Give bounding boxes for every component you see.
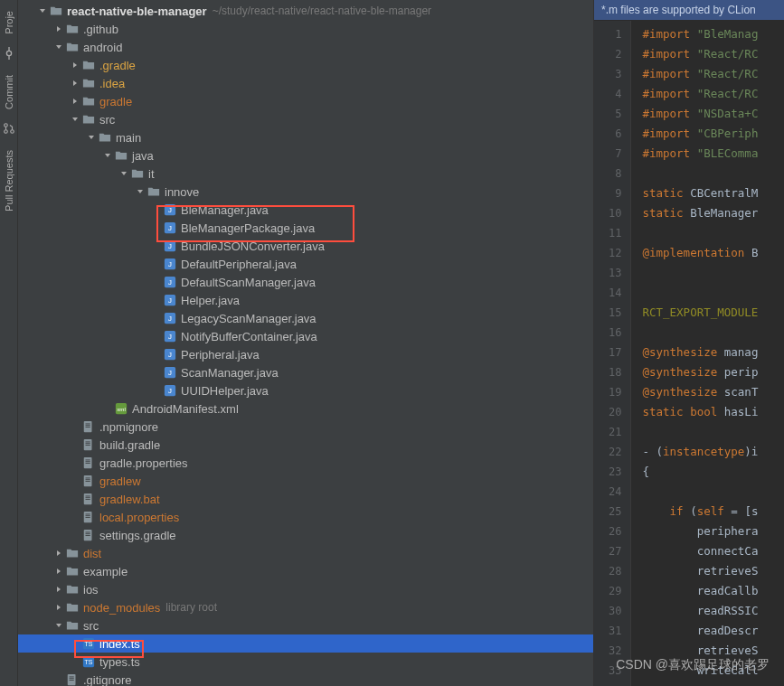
tree-file[interactable]: JHelper.java [18,291,593,309]
line-number[interactable]: 10 [609,203,621,223]
tree-arrow-icon[interactable] [52,583,65,596]
line-number[interactable]: 4 [609,84,621,104]
tree-file[interactable]: .npmignore [18,418,593,436]
line-number[interactable]: 14 [609,283,621,303]
tree-folder[interactable]: java [18,146,593,164]
line-number[interactable]: 25 [609,502,621,522]
code-line[interactable]: #import "React/RC [642,44,784,64]
code-line[interactable]: connectCa [642,541,784,561]
tree-file[interactable]: JPeripheral.java [18,345,593,363]
tree-arrow-icon[interactable] [52,547,65,559]
code-line[interactable]: static BleManager [642,203,784,223]
line-number[interactable]: 26 [609,522,621,541]
tree-file[interactable]: local.properties [18,508,593,526]
line-number[interactable]: 1 [609,24,621,44]
code-line[interactable] [642,223,784,243]
line-number[interactable]: 27 [609,541,621,561]
line-number[interactable]: 23 [609,462,621,482]
code-line[interactable]: #import "BleManag [642,24,784,44]
tree-arrow-icon[interactable] [69,77,81,89]
tree-file[interactable]: TSindex.ts [18,634,593,653]
line-number[interactable]: 5 [609,104,621,124]
tree-file[interactable]: JBleManagerPackage.java [18,219,593,237]
code-line[interactable]: #import "BLEComma [642,144,784,164]
line-number[interactable]: 17 [609,343,621,362]
tree-file[interactable]: gradlew.bat [18,490,593,508]
tree-folder[interactable]: android [18,38,593,56]
line-number[interactable]: 12 [609,243,621,263]
tree-arrow-icon[interactable] [36,5,49,17]
line-number[interactable]: 33 [609,661,621,681]
line-number[interactable]: 7 [609,144,621,164]
tree-arrow-icon[interactable] [52,619,65,632]
tree-arrow-icon[interactable] [52,41,65,53]
tree-folder[interactable]: dist [18,544,593,562]
code-line[interactable]: @synthesize scanT [642,382,784,402]
tree-file[interactable]: build.gradle [18,436,593,454]
tree-arrow-icon[interactable] [52,565,65,578]
pull-request-icon[interactable] [3,122,15,137]
code-line[interactable] [642,283,784,303]
tree-file[interactable]: xmlAndroidManifest.xml [18,399,593,418]
code-line[interactable]: #import "NSData+C [642,104,784,124]
code-line[interactable]: #import "React/RC [642,84,784,104]
line-gutter[interactable]: 1234567891011121314151617181920212223242… [594,21,631,686]
code-line[interactable]: - (instancetype)i [642,442,784,462]
tree-folder[interactable]: innove [18,183,593,201]
line-number[interactable]: 8 [609,164,621,183]
code-line[interactable]: retrieveS [642,641,784,661]
tree-arrow-icon[interactable] [134,185,146,198]
tree-arrow-icon[interactable] [69,59,81,71]
gutter-project[interactable]: Proje [4,11,14,34]
tree-file[interactable]: gradle.properties [18,454,593,472]
tree-folder[interactable]: ios [18,580,593,598]
tool-window-bar[interactable]: Proje Commit Pull Requests [0,0,18,686]
line-number[interactable]: 3 [609,64,621,84]
tree-file[interactable]: JDefaultPeripheral.java [18,255,593,273]
line-number[interactable]: 16 [609,323,621,343]
tree-arrow-icon[interactable] [85,131,98,144]
tree-folder[interactable]: src [18,110,593,128]
tree-folder[interactable]: src [18,616,593,634]
tree-file[interactable]: JNotifyBufferContainer.java [18,327,593,345]
code-line[interactable] [642,263,784,283]
tree-file[interactable]: settings.gradle [18,526,593,544]
tree-file[interactable]: JUUIDHelper.java [18,381,593,399]
code-line[interactable] [642,323,784,343]
tree-folder[interactable]: react-native-ble-manager~/study/react-na… [18,2,593,20]
editor-banner[interactable]: *.m files are supported by CLion [594,0,784,21]
tree-arrow-icon[interactable] [52,601,65,614]
tree-folder[interactable]: .github [18,20,593,38]
code-line[interactable]: writeCall [642,661,784,681]
tree-file[interactable]: JLegacyScanManager.java [18,309,593,327]
code-line[interactable]: readRSSIC [642,601,784,621]
code-line[interactable]: { [642,462,784,482]
tree-file[interactable]: JBundleJSONConverter.java [18,237,593,255]
tree-file[interactable]: JDefaultScanManager.java [18,273,593,291]
tree-arrow-icon[interactable] [52,23,65,35]
code-line[interactable]: readDescr [642,621,784,641]
line-number[interactable]: 31 [609,621,621,641]
tree-file[interactable]: .gitignore [18,671,593,686]
code-line[interactable]: readCallb [642,581,784,601]
line-number[interactable]: 20 [609,402,621,422]
line-number[interactable]: 19 [609,382,621,402]
tree-arrow-icon[interactable] [69,95,81,108]
tree-file[interactable]: TStypes.ts [18,653,593,671]
code-line[interactable]: retrieveS [642,561,784,581]
tree-folder[interactable]: main [18,128,593,146]
gutter-commit[interactable]: Commit [4,75,14,109]
code-line[interactable]: @synthesize perip [642,362,784,382]
code-line[interactable]: @synthesize manag [642,343,784,362]
line-number[interactable]: 22 [609,442,621,462]
line-number[interactable]: 30 [609,601,621,621]
tree-folder[interactable]: .idea [18,74,593,92]
code-line[interactable]: @implementation B [642,243,784,263]
line-number[interactable]: 13 [609,263,621,283]
line-number[interactable]: 11 [609,223,621,243]
code-area[interactable]: #import "BleManag#import "React/RC#impor… [631,21,784,686]
commit-icon[interactable] [3,47,15,62]
tree-arrow-icon[interactable] [101,149,114,162]
code-line[interactable]: RCT_EXPORT_MODULE [642,303,784,323]
code-line[interactable]: #import "React/RC [642,64,784,84]
